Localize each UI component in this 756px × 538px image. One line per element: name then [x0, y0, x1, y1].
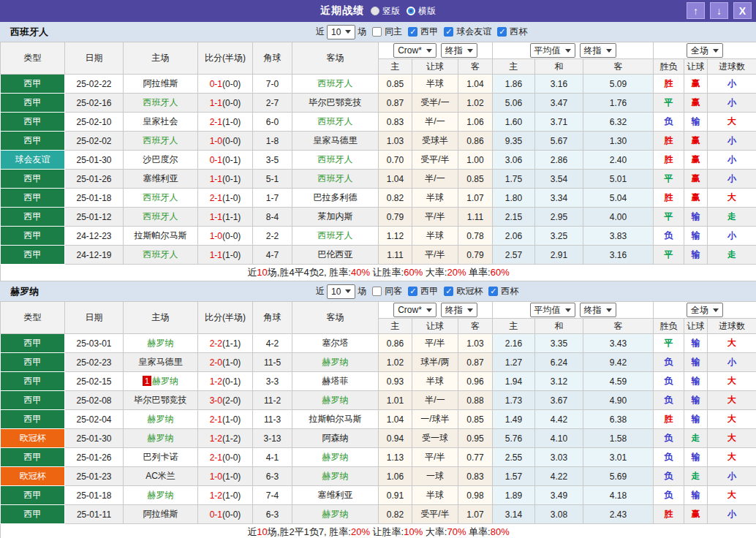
same-home-label: 同主 [385, 26, 402, 38]
final-index-select-2[interactable]: 终指 [580, 303, 616, 317]
espanyol-count-select[interactable]: 10 [327, 25, 355, 39]
fulltime-score: 0-1 [210, 79, 222, 89]
home-team[interactable]: 1赫罗纳 [124, 372, 198, 391]
fulltime-select[interactable]: 全场 [687, 303, 723, 317]
away-team[interactable]: 西班牙人 [292, 151, 379, 170]
match-date: 25-01-18 [65, 189, 124, 208]
away-team[interactable]: 毕尔巴鄂竞技 [292, 94, 379, 113]
move-up-button[interactable]: ↑ [687, 2, 705, 19]
away-team[interactable]: 赫塔菲 [292, 372, 379, 391]
home-team[interactable]: 西班牙人 [124, 246, 198, 265]
fulltime-select[interactable]: 全场 [687, 43, 723, 58]
friendly-checkbox[interactable] [444, 27, 453, 37]
col-avg-away: 客 [583, 319, 654, 334]
away-team[interactable]: 赫罗纳 [292, 448, 379, 467]
radio-vertical-icon[interactable] [371, 7, 379, 15]
layout-radio-horizontal[interactable]: 横版 [407, 5, 436, 18]
crow-handicap: 平/半 [412, 448, 458, 467]
goals-result-value: 小 [708, 151, 756, 170]
home-team[interactable]: 巴列卡诺 [124, 448, 198, 467]
away-team[interactable]: 赫罗纳 [292, 505, 379, 524]
home-team[interactable]: AC米兰 [124, 467, 198, 486]
home-team[interactable]: 塞维利亚 [124, 170, 198, 189]
home-team[interactable]: 赫罗纳 [124, 410, 198, 429]
away-team[interactable]: 塞维利亚 [292, 486, 379, 505]
goals-result-value: 小 [708, 94, 756, 113]
home-team[interactable]: 西班牙人 [124, 208, 198, 227]
away-team[interactable]: 拉斯帕尔马斯 [292, 410, 379, 429]
layout-radio-vertical[interactable]: 竖版 [371, 5, 400, 18]
bookmaker-select[interactable]: Crow* [393, 303, 436, 317]
away-team[interactable]: 西班牙人 [292, 113, 379, 132]
away-team[interactable]: 赫罗纳 [292, 467, 379, 486]
away-team[interactable]: 巴拉多利德 [292, 189, 379, 208]
handicap-result-value: 输 [684, 391, 708, 410]
match-row: 西甲25-02-02西班牙人1-0(0-0)1-8皇家马德里1.03受球半0.8… [1, 132, 756, 151]
laliga-checkbox[interactable] [408, 27, 417, 37]
away-team[interactable]: 西班牙人 [292, 75, 379, 94]
away-team[interactable]: 西班牙人 [292, 227, 379, 246]
copa-checkbox[interactable] [488, 287, 498, 296]
final-index-select[interactable]: 终指 [441, 43, 477, 58]
match-date: 25-01-26 [65, 448, 124, 467]
halftime-score: (0-0) [222, 136, 241, 146]
close-button[interactable]: X [733, 2, 752, 19]
average-select[interactable]: 平均值 [530, 43, 575, 58]
away-team-name: 巴伦西亚 [318, 249, 353, 259]
home-team[interactable]: 毕尔巴鄂竞技 [124, 391, 198, 410]
laliga-checkbox[interactable] [408, 287, 417, 296]
summary-segment: 10 [257, 526, 267, 537]
home-team-name: 巴列卡诺 [143, 452, 178, 462]
away-team-name: 赫罗纳 [322, 395, 349, 405]
home-team[interactable]: 赫罗纳 [124, 429, 198, 448]
home-team-name: 阿拉维斯 [143, 78, 178, 88]
away-team[interactable]: 阿森纳 [292, 429, 379, 448]
home-team[interactable]: 赫罗纳 [124, 334, 198, 353]
same-home-checkbox[interactable] [372, 27, 382, 37]
away-team[interactable]: 赫罗纳 [292, 353, 379, 372]
away-team[interactable]: 巴伦西亚 [292, 246, 379, 265]
copa-checkbox[interactable] [497, 27, 507, 37]
crow-away-odds: 0.95 [458, 429, 493, 448]
home-team[interactable]: 沙巴度尔 [124, 151, 198, 170]
away-team[interactable]: 西班牙人 [292, 170, 379, 189]
girona-count-select[interactable]: 10 [327, 284, 355, 299]
crow-away-odds: 0.86 [458, 132, 493, 151]
crow-home-odds: 0.85 [379, 75, 412, 94]
home-team[interactable]: 西班牙人 [124, 132, 198, 151]
avg-home-odds: 2.57 [493, 246, 535, 265]
home-team[interactable]: 赫罗纳 [124, 486, 198, 505]
home-team-name: 毕尔巴鄂竞技 [135, 395, 187, 405]
avg-home-odds: 2.55 [493, 448, 535, 467]
home-team[interactable]: 西班牙人 [124, 94, 198, 113]
away-team[interactable]: 皇家马德里 [292, 132, 379, 151]
halftime-score: (1-0) [222, 471, 241, 482]
radio-horizontal-icon[interactable] [407, 7, 415, 15]
same-away-checkbox[interactable] [372, 287, 382, 296]
away-team-name: 阿森纳 [322, 433, 349, 443]
final-index-select-2[interactable]: 终指 [580, 43, 616, 58]
home-team[interactable]: 皇家马德里 [124, 353, 198, 372]
home-team-name: 西班牙人 [143, 192, 178, 202]
away-team[interactable]: 赫罗纳 [292, 391, 379, 410]
avg-away-odds: 3.16 [583, 246, 654, 265]
move-down-button[interactable]: ↓ [710, 2, 728, 19]
avg-home-odds: 1.27 [493, 353, 535, 372]
avg-away-odds: 9.42 [583, 353, 654, 372]
average-select[interactable]: 平均值 [530, 303, 575, 317]
home-team[interactable]: 阿拉维斯 [124, 75, 198, 94]
home-team[interactable]: 阿拉维斯 [124, 505, 198, 524]
home-team[interactable]: 皇家社会 [124, 113, 198, 132]
result-value: 负 [654, 429, 684, 448]
ucl-checkbox[interactable] [444, 287, 453, 296]
score-cell: 2-2(1-1) [198, 334, 253, 353]
home-team[interactable]: 西班牙人 [124, 189, 198, 208]
away-team[interactable]: 塞尔塔 [292, 334, 379, 353]
handicap-result-value: 输 [684, 486, 708, 505]
home-team[interactable]: 拉斯帕尔马斯 [124, 227, 198, 246]
bookmaker-select[interactable]: Crow* [393, 43, 436, 58]
away-team[interactable]: 莱加内斯 [292, 208, 379, 227]
chevron-down-icon [713, 308, 719, 312]
final-index-select[interactable]: 终指 [441, 303, 477, 317]
goals-result-value: 大 [708, 189, 756, 208]
